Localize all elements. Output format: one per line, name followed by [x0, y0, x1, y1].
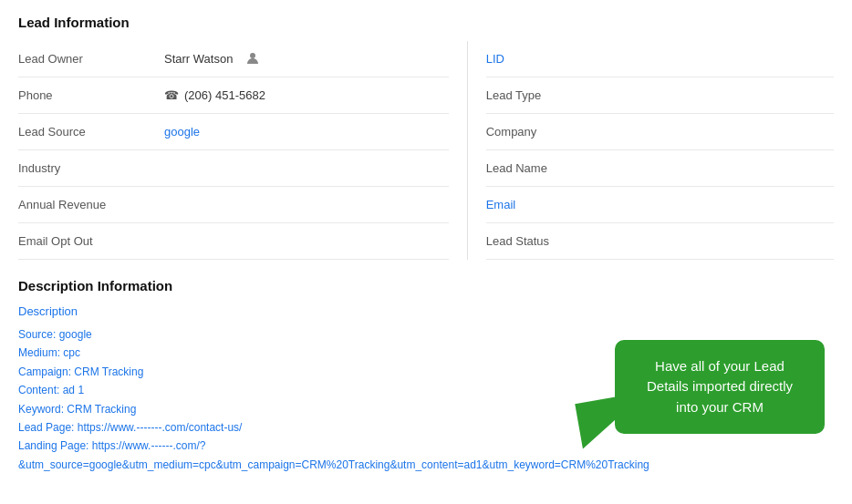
desc-line-5: Lead Page: https://www.-------.com/conta…: [18, 421, 242, 434]
tooltip-bubble: Have all of your Lead Details imported d…: [615, 340, 825, 435]
desc-line-2: Campaign: CRM Tracking: [18, 365, 143, 378]
field-row-email-opt-out: Email Opt Out: [18, 223, 449, 260]
value-lead-source[interactable]: google: [164, 125, 200, 139]
label-annual-revenue: Annual Revenue: [18, 198, 164, 211]
field-row-lid: LID: [486, 41, 834, 77]
label-lead-owner: Lead Owner: [18, 52, 164, 66]
lead-information-title: Lead Information: [18, 15, 834, 30]
field-row-lead-type: Lead Type: [486, 77, 834, 114]
field-row-email: Email: [486, 187, 834, 223]
desc-line-1: Medium: cpc: [18, 346, 80, 359]
desc-line-4: Keyword: CRM Tracking: [18, 403, 136, 416]
description-title: Description Information: [18, 278, 834, 293]
description-label: Description: [18, 304, 834, 318]
field-row-phone: Phone ☎ (206) 451-5682: [18, 77, 449, 114]
label-company: Company: [486, 125, 537, 139]
label-email-opt-out: Email Opt Out: [18, 234, 164, 248]
tooltip-container: Have all of your Lead Details imported d…: [615, 340, 825, 435]
label-lead-source: Lead Source: [18, 125, 164, 139]
desc-line-7: &utm_source=google&utm_medium=cpc&utm_ca…: [18, 458, 649, 471]
label-lid[interactable]: LID: [486, 52, 504, 66]
phone-icon: ☎: [164, 88, 179, 102]
field-row-annual-revenue: Annual Revenue: [18, 187, 449, 223]
field-row-lead-source: Lead Source google: [18, 114, 449, 150]
field-row-company: Company: [486, 114, 834, 150]
label-lead-name: Lead Name: [486, 161, 547, 175]
desc-line-6: Landing Page: https://www.------.com/?: [18, 439, 205, 452]
field-row-lead-owner: Lead Owner Starr Watson: [18, 41, 449, 77]
left-column: Lead Owner Starr Watson Phone ☎ (20: [18, 41, 467, 260]
desc-line-0: Source: google: [18, 328, 92, 341]
label-lead-type: Lead Type: [486, 88, 541, 102]
label-email[interactable]: Email: [486, 198, 516, 211]
page-container: Lead Information Lead Owner Starr Watson: [0, 0, 852, 489]
svg-point-0: [250, 53, 255, 58]
label-industry: Industry: [18, 161, 164, 175]
desc-line-3: Content: ad 1: [18, 384, 84, 396]
field-row-lead-name: Lead Name: [486, 150, 834, 187]
value-lead-owner: Starr Watson: [164, 51, 262, 67]
value-phone: ☎ (206) 451-5682: [164, 88, 265, 102]
label-phone: Phone: [18, 88, 164, 102]
field-row-industry: Industry: [18, 150, 449, 187]
lead-information-columns: Lead Owner Starr Watson Phone ☎ (20: [18, 41, 834, 260]
right-column: LID Lead Type Company Lead Name Email Le…: [467, 41, 834, 260]
person-icon: [245, 51, 262, 67]
label-lead-status: Lead Status: [486, 234, 549, 248]
field-row-lead-status: Lead Status: [486, 223, 834, 260]
